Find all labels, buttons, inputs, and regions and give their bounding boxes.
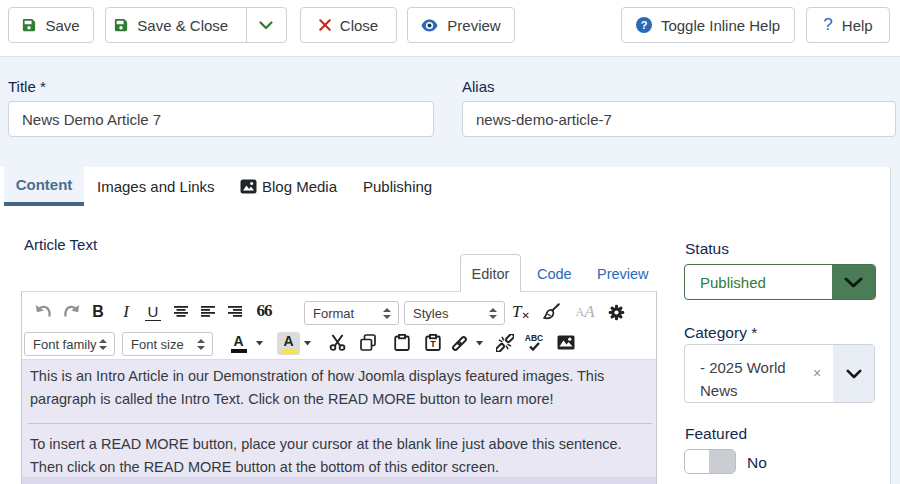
svg-text:?: ? <box>641 19 648 31</box>
svg-text:T: T <box>430 339 436 349</box>
